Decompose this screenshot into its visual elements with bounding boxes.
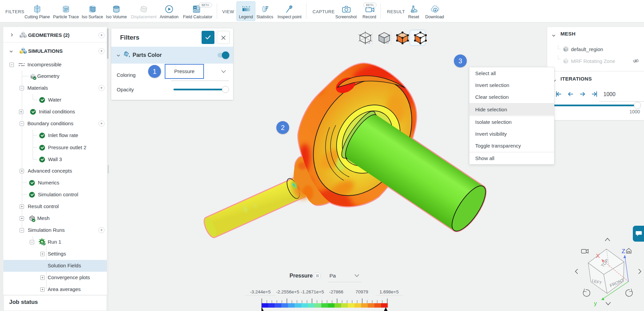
svg-text:y: y xyxy=(594,300,597,307)
svg-text:Z: Z xyxy=(622,248,625,254)
svg-text:X: X xyxy=(596,253,600,259)
